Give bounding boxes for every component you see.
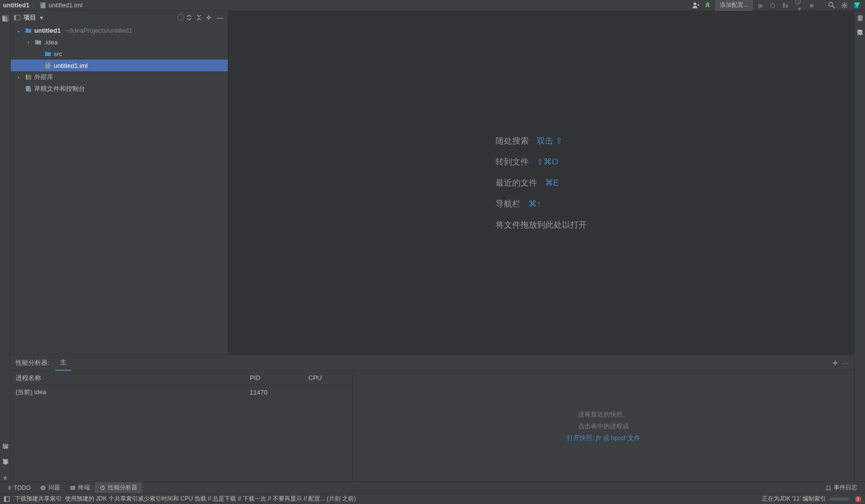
chevron-right-icon[interactable]: › <box>15 75 22 80</box>
profiler-panel: 性能分析器: 主 — 进程名称 PID CPU <box>11 355 854 482</box>
library-icon <box>24 75 32 80</box>
debug-icon[interactable] <box>769 2 778 9</box>
tree-external-libs-label: 外部库 <box>34 73 53 82</box>
svg-text:▾: ▾ <box>697 3 699 7</box>
tree-idea-label: .idea <box>44 39 58 46</box>
tab-terminal[interactable]: >_ 终端 <box>65 482 95 493</box>
add-configuration-button[interactable]: 添加配置... <box>715 0 753 11</box>
svg-point-13 <box>843 4 845 6</box>
project-panel-header: 项目 ▼ — <box>11 11 228 24</box>
hint-label: 转到文件 <box>496 156 529 168</box>
project-tree: ⌄ untitled1 ~/IdeaProjects/untitled1 › <box>11 24 228 355</box>
chevron-down-icon[interactable]: ▼ <box>39 15 44 21</box>
chevron-down-icon[interactable]: ⌄ <box>15 28 22 33</box>
indexing-label: 正在为JDK '11' 编制索引 <box>762 495 826 503</box>
tab-event-log[interactable]: 事件日志 <box>821 482 862 493</box>
tab-problems[interactable]: ! 问题 <box>35 482 65 493</box>
svg-rect-20 <box>46 63 48 64</box>
star-icon[interactable]: ★ <box>2 474 8 482</box>
editor-area: 随处搜索 双击 ⇧ 转到文件 ⇧⌘O 最近的文件 ⌘E 导航栏 <box>228 11 854 355</box>
build-icon[interactable] <box>704 1 712 9</box>
expand-all-icon[interactable] <box>186 14 195 21</box>
profiler-title: 性能分析器: <box>16 358 49 367</box>
hint-shortcut: ⌘E <box>545 178 559 188</box>
stop-icon[interactable]: ■ <box>807 1 816 9</box>
profiler-header: 性能分析器: 主 — <box>11 355 854 371</box>
col-cpu[interactable]: CPU <box>308 374 347 381</box>
tab-terminal-label: 终端 <box>78 483 90 492</box>
folder-icon <box>34 39 42 45</box>
indexing-status[interactable]: 正在为JDK '11' 编制索引 <box>762 495 849 503</box>
project-tool-icon[interactable] <box>2 15 9 21</box>
svg-rect-19 <box>45 63 50 68</box>
profiler-row-name: (当前) idea <box>16 388 250 397</box>
collapse-all-icon[interactable] <box>195 14 205 21</box>
locate-icon[interactable] <box>176 14 186 22</box>
run-icon[interactable]: ▶ <box>757 1 765 9</box>
col-process-name[interactable]: 进程名称 <box>16 374 250 382</box>
tree-scratches[interactable]: › 草稿文件和控制台 <box>11 83 228 95</box>
svg-rect-31 <box>4 497 6 502</box>
hint-drop-label: 将文件拖放到此处以打开 <box>496 219 587 231</box>
todo-icon: ≡ <box>8 484 11 491</box>
svg-rect-1 <box>42 3 43 4</box>
tab-profiler-label: 性能分析器 <box>108 483 137 492</box>
hint-search-everywhere: 随处搜索 双击 ⇧ <box>496 135 587 147</box>
profiler-open-snapshot-link[interactable]: 打开快照: jfr 或 hprof 文件 <box>567 434 640 442</box>
tree-external-libs[interactable]: › 外部库 <box>11 71 228 83</box>
tool-window-tabs: ≡ TODO ! 问题 >_ 终端 性能分析器 事件日志 <box>0 482 865 493</box>
jetbrains-icon[interactable] <box>853 1 861 9</box>
breadcrumb-project[interactable]: untitled1 <box>3 1 29 9</box>
terminal-icon: >_ <box>70 485 76 491</box>
tool-windows-icon[interactable] <box>4 496 10 502</box>
tab-todo[interactable]: ≡ TODO <box>3 482 35 493</box>
hint-label: 最近的文件 <box>496 177 537 189</box>
top-bar: untitled1 〉 untitled1.iml ▾ 添加配置... ▶ <box>0 0 865 11</box>
settings-icon[interactable] <box>841 1 849 9</box>
tab-todo-label: TODO <box>14 484 30 491</box>
col-pid[interactable]: PID <box>250 374 308 381</box>
coverage-icon[interactable] <box>782 2 791 9</box>
tree-src-folder[interactable]: › src <box>11 48 228 60</box>
project-panel: 项目 ▼ — <box>11 11 228 355</box>
hide-panel-icon[interactable]: — <box>215 14 225 21</box>
tree-root[interactable]: ⌄ untitled1 ~/IdeaProjects/untitled1 <box>11 24 228 36</box>
breadcrumb-file[interactable]: untitled1.iml <box>40 1 82 9</box>
profiler-gear-icon[interactable] <box>832 359 841 366</box>
tree-idea-folder[interactable]: › .idea <box>11 36 228 48</box>
svg-point-18 <box>208 17 210 19</box>
structure-icon[interactable]: ▪▪ <box>3 459 7 464</box>
database-icon[interactable] <box>857 15 864 21</box>
hint-label: 随处搜索 <box>496 135 529 147</box>
source-folder-icon <box>44 51 52 57</box>
tab-profiler[interactable]: 性能分析器 <box>95 482 142 493</box>
search-icon[interactable] <box>828 1 837 9</box>
right-gutter: 数据库 <box>854 11 865 482</box>
left-gutter: 项目 <box>0 11 11 482</box>
svg-point-11 <box>829 2 833 6</box>
svg-line-12 <box>832 6 835 8</box>
svg-line-7 <box>774 4 775 5</box>
status-bar: 下载预建共享索引: 使用预建的 JDK 个共享索引减少索引时间和 CPU 负载 … <box>0 493 865 504</box>
hint-shortcut: ⇧⌘O <box>537 157 558 167</box>
module-icon <box>24 27 32 33</box>
profiler-tab-main[interactable]: 主 <box>55 355 71 371</box>
svg-text:>_: >_ <box>71 486 75 489</box>
user-icon[interactable]: ▾ <box>692 1 700 9</box>
tree-iml-file[interactable]: › untitled1.iml <box>11 60 228 71</box>
profiler-row[interactable]: (当前) idea 11470 <box>11 385 352 399</box>
svg-rect-0 <box>41 2 45 8</box>
error-badge[interactable]: ! <box>855 496 861 502</box>
profiler-table-header: 进程名称 PID CPU <box>11 371 352 385</box>
hint-drop: 将文件拖放到此处以打开 <box>496 219 587 231</box>
project-panel-title[interactable]: 项目 <box>23 13 36 22</box>
profiler-empty-line2: 点击表中的进程或 <box>578 422 629 431</box>
status-message[interactable]: 下载预建共享索引: 使用预建的 JDK 个共享索引减少索引时间和 CPU 负载 … <box>15 495 356 503</box>
hint-shortcut: ⌘↑ <box>528 199 541 209</box>
chevron-right-icon[interactable]: › <box>24 40 32 45</box>
panel-gear-icon[interactable] <box>205 14 215 21</box>
svg-point-4 <box>771 4 775 8</box>
profiler-hide-icon[interactable]: — <box>841 359 849 367</box>
progress-bar <box>830 498 849 501</box>
svg-rect-15 <box>2 16 4 21</box>
